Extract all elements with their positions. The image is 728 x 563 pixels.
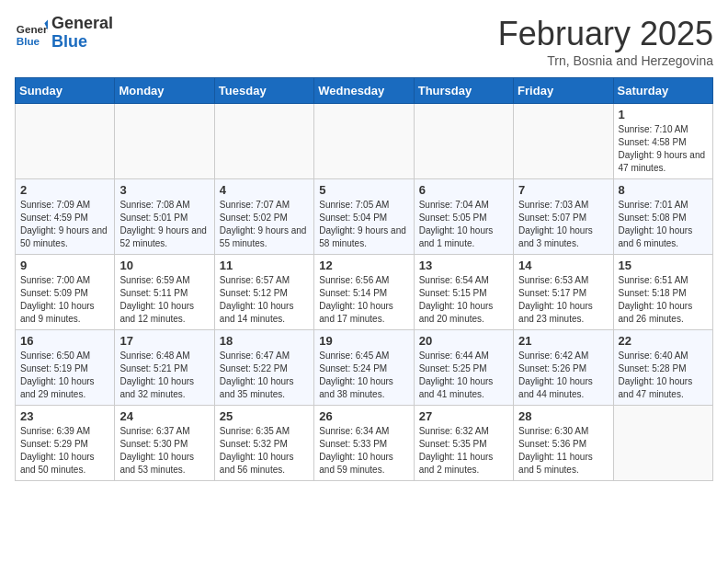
weekday-header: Wednesday — [314, 78, 414, 104]
calendar-cell: 21Sunrise: 6:42 AM Sunset: 5:26 PM Dayli… — [514, 330, 613, 406]
day-info: Sunrise: 7:10 AM Sunset: 4:58 PM Dayligh… — [619, 123, 708, 175]
calendar-cell: 1Sunrise: 7:10 AM Sunset: 4:58 PM Daylig… — [613, 104, 712, 179]
day-number: 25 — [220, 409, 309, 423]
day-info: Sunrise: 7:03 AM Sunset: 5:07 PM Dayligh… — [518, 199, 608, 250]
day-number: 22 — [619, 334, 708, 348]
day-info: Sunrise: 7:09 AM Sunset: 4:59 PM Dayligh… — [20, 199, 109, 250]
calendar-cell: 7Sunrise: 7:03 AM Sunset: 5:07 PM Daylig… — [514, 179, 613, 255]
calendar-cell: 20Sunrise: 6:44 AM Sunset: 5:25 PM Dayli… — [414, 330, 513, 406]
day-number: 3 — [119, 183, 209, 197]
day-number: 16 — [20, 334, 109, 348]
day-info: Sunrise: 6:35 AM Sunset: 5:32 PM Dayligh… — [220, 425, 309, 477]
calendar-cell — [314, 104, 414, 179]
day-info: Sunrise: 6:40 AM Sunset: 5:28 PM Dayligh… — [619, 350, 708, 401]
weekday-header-row: SundayMondayTuesdayWednesdayThursdayFrid… — [16, 78, 713, 104]
svg-text:Blue: Blue — [17, 34, 40, 46]
calendar-cell: 12Sunrise: 6:56 AM Sunset: 5:14 PM Dayli… — [314, 255, 414, 330]
calendar-cell: 24Sunrise: 6:37 AM Sunset: 5:30 PM Dayli… — [115, 406, 214, 481]
day-number: 26 — [319, 409, 408, 423]
calendar-cell: 18Sunrise: 6:47 AM Sunset: 5:22 PM Dayli… — [214, 330, 313, 406]
calendar-cell: 8Sunrise: 7:01 AM Sunset: 5:08 PM Daylig… — [613, 179, 712, 255]
calendar-cell — [214, 104, 313, 179]
calendar-table: SundayMondayTuesdayWednesdayThursdayFrid… — [15, 77, 713, 481]
day-info: Sunrise: 6:32 AM Sunset: 5:35 PM Dayligh… — [419, 425, 508, 477]
day-number: 17 — [119, 334, 209, 348]
day-number: 23 — [20, 409, 109, 423]
weekday-header: Friday — [514, 78, 613, 104]
day-number: 19 — [319, 334, 408, 348]
day-number: 21 — [518, 334, 608, 348]
calendar-cell — [514, 104, 613, 179]
day-number: 27 — [419, 409, 508, 423]
day-number: 1 — [619, 108, 708, 121]
day-info: Sunrise: 6:53 AM Sunset: 5:17 PM Dayligh… — [518, 274, 608, 326]
day-number: 18 — [220, 334, 309, 348]
day-number: 4 — [220, 183, 309, 197]
day-number: 8 — [619, 183, 708, 197]
calendar-cell: 10Sunrise: 6:59 AM Sunset: 5:11 PM Dayli… — [115, 255, 214, 330]
weekday-header: Sunday — [16, 78, 115, 104]
day-number: 14 — [518, 259, 608, 272]
calendar-cell: 14Sunrise: 6:53 AM Sunset: 5:17 PM Dayli… — [514, 255, 613, 330]
calendar-cell: 5Sunrise: 7:05 AM Sunset: 5:04 PM Daylig… — [314, 179, 414, 255]
weekday-header: Saturday — [613, 78, 712, 104]
day-info: Sunrise: 6:56 AM Sunset: 5:14 PM Dayligh… — [319, 274, 408, 326]
day-number: 6 — [419, 183, 508, 197]
calendar-cell: 23Sunrise: 6:39 AM Sunset: 5:29 PM Dayli… — [16, 406, 115, 481]
calendar-cell: 25Sunrise: 6:35 AM Sunset: 5:32 PM Dayli… — [214, 406, 313, 481]
calendar-week-row: 23Sunrise: 6:39 AM Sunset: 5:29 PM Dayli… — [16, 406, 713, 481]
calendar-cell: 16Sunrise: 6:50 AM Sunset: 5:19 PM Dayli… — [16, 330, 115, 406]
weekday-header: Tuesday — [214, 78, 313, 104]
calendar-week-row: 2Sunrise: 7:09 AM Sunset: 4:59 PM Daylig… — [16, 179, 713, 255]
day-number: 9 — [20, 259, 109, 272]
day-info: Sunrise: 6:34 AM Sunset: 5:33 PM Dayligh… — [319, 425, 408, 477]
day-number: 12 — [319, 259, 408, 272]
day-number: 24 — [119, 409, 209, 423]
calendar-cell: 4Sunrise: 7:07 AM Sunset: 5:02 PM Daylig… — [214, 179, 313, 255]
page-header: General Blue General Blue February 2025 … — [15, 15, 713, 68]
calendar-cell — [414, 104, 513, 179]
calendar-subtitle: Trn, Bosnia and Herzegovina — [498, 53, 713, 68]
day-info: Sunrise: 6:42 AM Sunset: 5:26 PM Dayligh… — [518, 350, 608, 401]
day-info: Sunrise: 7:07 AM Sunset: 5:02 PM Dayligh… — [220, 199, 309, 250]
calendar-cell: 13Sunrise: 6:54 AM Sunset: 5:15 PM Dayli… — [414, 255, 513, 330]
calendar-cell: 17Sunrise: 6:48 AM Sunset: 5:21 PM Dayli… — [115, 330, 214, 406]
calendar-week-row: 16Sunrise: 6:50 AM Sunset: 5:19 PM Dayli… — [16, 330, 713, 406]
title-block: February 2025 Trn, Bosnia and Herzegovin… — [498, 15, 713, 68]
logo-general-text: General — [51, 15, 113, 33]
day-number: 7 — [518, 183, 608, 197]
calendar-cell: 26Sunrise: 6:34 AM Sunset: 5:33 PM Dayli… — [314, 406, 414, 481]
calendar-cell: 22Sunrise: 6:40 AM Sunset: 5:28 PM Dayli… — [613, 330, 712, 406]
day-info: Sunrise: 6:57 AM Sunset: 5:12 PM Dayligh… — [220, 274, 309, 326]
day-info: Sunrise: 6:45 AM Sunset: 5:24 PM Dayligh… — [319, 350, 408, 401]
day-info: Sunrise: 6:37 AM Sunset: 5:30 PM Dayligh… — [119, 425, 209, 477]
day-info: Sunrise: 6:30 AM Sunset: 5:36 PM Dayligh… — [518, 425, 608, 477]
day-number: 11 — [220, 259, 309, 272]
logo-blue-text: Blue — [51, 33, 113, 52]
weekday-header: Monday — [115, 78, 214, 104]
calendar-cell: 11Sunrise: 6:57 AM Sunset: 5:12 PM Dayli… — [214, 255, 313, 330]
calendar-cell — [115, 104, 214, 179]
day-info: Sunrise: 7:04 AM Sunset: 5:05 PM Dayligh… — [419, 199, 508, 250]
calendar-cell: 6Sunrise: 7:04 AM Sunset: 5:05 PM Daylig… — [414, 179, 513, 255]
calendar-cell: 9Sunrise: 7:00 AM Sunset: 5:09 PM Daylig… — [16, 255, 115, 330]
calendar-week-row: 9Sunrise: 7:00 AM Sunset: 5:09 PM Daylig… — [16, 255, 713, 330]
day-number: 15 — [619, 259, 708, 272]
day-info: Sunrise: 7:00 AM Sunset: 5:09 PM Dayligh… — [20, 274, 109, 326]
calendar-title: February 2025 — [498, 15, 713, 53]
calendar-cell: 15Sunrise: 6:51 AM Sunset: 5:18 PM Dayli… — [613, 255, 712, 330]
day-number: 28 — [518, 409, 608, 423]
day-number: 2 — [20, 183, 109, 197]
day-info: Sunrise: 6:50 AM Sunset: 5:19 PM Dayligh… — [20, 350, 109, 401]
day-info: Sunrise: 6:44 AM Sunset: 5:25 PM Dayligh… — [419, 350, 508, 401]
calendar-cell: 3Sunrise: 7:08 AM Sunset: 5:01 PM Daylig… — [115, 179, 214, 255]
weekday-header: Thursday — [414, 78, 513, 104]
calendar-cell: 2Sunrise: 7:09 AM Sunset: 4:59 PM Daylig… — [16, 179, 115, 255]
svg-text:General: General — [17, 23, 48, 35]
calendar-cell: 28Sunrise: 6:30 AM Sunset: 5:36 PM Dayli… — [514, 406, 613, 481]
calendar-cell — [613, 406, 712, 481]
calendar-week-row: 1Sunrise: 7:10 AM Sunset: 4:58 PM Daylig… — [16, 104, 713, 179]
day-info: Sunrise: 6:54 AM Sunset: 5:15 PM Dayligh… — [419, 274, 508, 326]
day-info: Sunrise: 6:59 AM Sunset: 5:11 PM Dayligh… — [119, 274, 209, 326]
day-number: 10 — [119, 259, 209, 272]
